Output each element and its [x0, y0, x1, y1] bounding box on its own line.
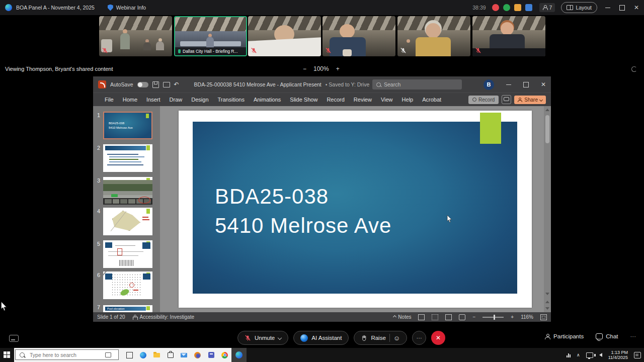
action-center-icon[interactable]	[634, 352, 641, 358]
comments-button[interactable]	[502, 95, 511, 104]
previous-slide-icon[interactable]	[545, 301, 549, 303]
scrollbar-thumb[interactable]	[545, 115, 549, 143]
participant-video-5[interactable]	[397, 16, 470, 56]
fit-slide-icon[interactable]	[540, 314, 547, 320]
scroll-up-icon[interactable]	[545, 109, 549, 111]
slide-thumbnail-5[interactable]	[103, 240, 152, 268]
saved-status[interactable]: • Saved to Y: Drive	[326, 81, 370, 87]
participant-video-2-active-speaker[interactable]: Dallas City Hall - Briefing R...	[174, 16, 247, 56]
ribbon-tab-transitions[interactable]: Transitions	[213, 97, 249, 103]
normal-view-icon[interactable]	[418, 314, 425, 320]
participant-count[interactable]: 7	[539, 3, 555, 12]
ribbon-tab-record[interactable]: Record	[322, 97, 349, 103]
layout-button[interactable]: Layout	[561, 2, 597, 13]
slide-thumbnail-1[interactable]: BDA25-038 5410 Melrose Ave	[103, 112, 152, 139]
ribbon-tab-review[interactable]: Review	[349, 97, 376, 103]
zoom-in-button[interactable]: +	[336, 65, 340, 72]
ppt-close-icon[interactable]: ✕	[541, 81, 546, 88]
slide-sorter-view-icon[interactable]	[432, 314, 438, 320]
slideshow-view-icon[interactable]	[459, 314, 465, 320]
taskbar-clock[interactable]: 1:13 PM 11/4/2025	[608, 350, 628, 360]
unmute-button[interactable]: Unmute	[237, 331, 288, 345]
ribbon-tab-acrobat[interactable]: Acrobat	[418, 97, 446, 103]
participant-video-1[interactable]	[99, 16, 172, 56]
start-button[interactable]	[4, 351, 10, 358]
ribbon-tab-file[interactable]: File	[100, 97, 118, 103]
ppt-zoom-in-button[interactable]: +	[511, 314, 514, 320]
taskbar-search-input[interactable]	[29, 351, 101, 358]
ppt-zoom-out-button[interactable]: −	[472, 314, 475, 320]
panel-overflow-button[interactable]: ···	[630, 333, 636, 339]
share-button[interactable]: Share	[514, 96, 546, 104]
ribbon-tab-insert[interactable]: Insert	[142, 97, 165, 103]
restore-window-icon[interactable]	[619, 5, 625, 11]
ribbon-tab-view[interactable]: View	[376, 97, 397, 103]
slide-scrollbar[interactable]	[544, 106, 551, 312]
undo-icon[interactable]: ↶	[174, 81, 179, 88]
cc-indicator-icon[interactable]	[9, 335, 19, 342]
ime-icon[interactable]	[105, 352, 111, 357]
refresh-icon[interactable]	[631, 66, 637, 72]
audio-indicator-icon[interactable]	[503, 4, 510, 11]
ribbon-tab-animations[interactable]: Animations	[249, 97, 285, 103]
display-tray-icon[interactable]	[586, 352, 593, 358]
record-indicator-icon[interactable]	[492, 4, 499, 11]
ribbon-tab-help[interactable]: Help	[397, 97, 418, 103]
slide-thumbnail-6[interactable]	[103, 272, 152, 299]
account-avatar[interactable]: B	[484, 79, 494, 90]
more-options-button[interactable]: ···	[412, 331, 426, 345]
webex-app-icon-active[interactable]	[231, 348, 247, 362]
save-icon[interactable]	[152, 81, 159, 88]
chrome-app-icon[interactable]	[218, 348, 231, 362]
app-notification-icon[interactable]	[525, 4, 532, 11]
ribbon-tab-draw[interactable]: Draw	[165, 97, 187, 103]
taskbar-search-box[interactable]	[15, 349, 119, 360]
edge-app-icon[interactable]	[136, 348, 150, 362]
raise-hand-button[interactable]: Raise ☺	[354, 331, 407, 345]
zoom-slider[interactable]	[482, 317, 504, 318]
ribbon-tab-home[interactable]: Home	[118, 97, 142, 103]
reactions-icon[interactable]: ☺	[393, 334, 400, 342]
slide-canvas[interactable]: BDA25-038 5410 Melrose Ave	[179, 111, 532, 308]
store-app-icon[interactable]	[164, 348, 177, 362]
ribbon-tab-slideshow[interactable]: Slide Show	[285, 97, 322, 103]
unmute-chevron-icon[interactable]	[278, 336, 282, 340]
scroll-down-icon[interactable]	[545, 293, 549, 295]
file-explorer-app-icon[interactable]	[150, 348, 164, 362]
firefox-app-icon[interactable]	[191, 348, 204, 362]
slide-thumbnail-4[interactable]	[103, 208, 152, 235]
slide-thumbnail-7[interactable]: Pool elevation	[103, 305, 152, 312]
task-view-button[interactable]	[123, 348, 136, 362]
ppt-restore-icon[interactable]	[523, 82, 529, 87]
slide-thumbnail-3[interactable]	[103, 177, 152, 205]
record-button[interactable]: Record	[468, 96, 499, 104]
participants-button[interactable]: Participants	[545, 333, 584, 339]
participant-video-6[interactable]	[472, 16, 545, 56]
quick-access-icon[interactable]	[163, 82, 170, 87]
chat-button[interactable]: Chat	[596, 333, 618, 339]
ribbon-tab-design[interactable]: Design	[187, 97, 213, 103]
slide-thumbnail-2[interactable]	[103, 144, 152, 172]
ai-assistant-button[interactable]: AI Assistant	[293, 331, 349, 345]
mail-app-icon[interactable]	[177, 348, 191, 362]
minimize-window-icon[interactable]	[605, 8, 610, 8]
participant-video-4[interactable]	[323, 16, 395, 56]
activity-icon[interactable]	[567, 352, 571, 357]
webinar-info-link[interactable]: Webinar Info	[116, 5, 146, 11]
zoom-out-button[interactable]: −	[303, 65, 306, 72]
notes-button[interactable]: Notes	[393, 314, 411, 320]
volume-tray-icon[interactable]	[599, 353, 602, 357]
teams-app-icon[interactable]	[204, 348, 218, 362]
chat-notification-icon[interactable]	[514, 4, 521, 11]
show-hidden-icons-button[interactable]: ∧	[577, 352, 580, 357]
autosave-toggle[interactable]	[137, 82, 148, 87]
reading-view-icon[interactable]	[445, 314, 452, 320]
participant-video-3[interactable]	[248, 16, 321, 56]
ppt-search-box[interactable]: Search	[372, 79, 462, 89]
ppt-minimize-icon[interactable]	[506, 84, 511, 85]
accessibility-status[interactable]: Accessibility: Investigate	[132, 314, 194, 320]
leave-meeting-button[interactable]: ✕	[431, 331, 445, 345]
next-slide-icon[interactable]	[545, 307, 549, 310]
close-window-icon[interactable]: ✕	[634, 4, 639, 11]
zoom-slider-knob[interactable]	[494, 315, 495, 320]
